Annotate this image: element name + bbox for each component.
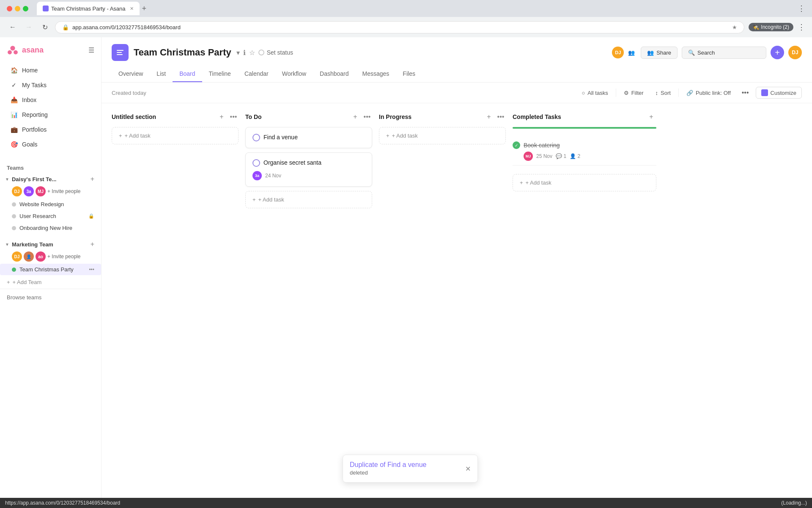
browse-teams[interactable]: Browse teams [0, 289, 101, 306]
asana-logo: asana [7, 44, 44, 56]
address-bar[interactable]: 🔒 app.asana.com/0/1203277518469534/board… [55, 21, 744, 33]
forward-button[interactable]: → [23, 21, 35, 33]
sidebar-item-my-tasks-label: My Tasks [22, 82, 47, 88]
share-button[interactable]: 👥 Share [641, 47, 678, 59]
tab-workflow[interactable]: Workflow [275, 66, 313, 82]
sidebar-item-portfolios-label: Portfolios [22, 126, 47, 133]
team2-invite-button[interactable]: + Invite people [47, 254, 80, 260]
asana-logo-text: asana [22, 46, 44, 55]
task-book-catering[interactable]: Book catering MJ 25 Nov 💬 1 👤 [513, 137, 656, 166]
column-untitled-add-button[interactable]: + [217, 112, 227, 122]
sidebar-item-goals[interactable]: 🎯 Goals [3, 137, 98, 152]
customize-button[interactable]: Customize [756, 87, 802, 99]
toast-close-button[interactable]: ✕ [465, 465, 471, 473]
minimize-traffic-light[interactable] [15, 6, 20, 11]
team2-add-button[interactable]: + [91, 240, 94, 248]
tab-overview[interactable]: Overview [112, 66, 150, 82]
project-info-button[interactable]: ℹ [243, 49, 246, 57]
project-website-redesign[interactable]: Website Redesign [0, 199, 101, 210]
project-dropdown-button[interactable]: ▾ [236, 49, 240, 57]
filter-button[interactable]: ⚙ Filter [620, 88, 648, 98]
column-in-progress-header: In Progress + ••• [379, 112, 506, 122]
add-team-button[interactable]: + + Add Team [0, 276, 101, 289]
column-todo-add-button[interactable]: + [350, 112, 360, 122]
search-button[interactable]: 🔍 Search [682, 47, 766, 59]
project-onboarding[interactable]: Onboarding New Hire [0, 222, 101, 234]
project-user-research[interactable]: User Research 🔒 [0, 210, 101, 222]
project-christmas-party[interactable]: Team Christmas Party ••• [0, 264, 101, 275]
column-completed-actions: + [646, 112, 656, 122]
maximize-traffic-light[interactable] [23, 6, 28, 11]
all-tasks-label: All tasks [587, 90, 608, 96]
set-status-button[interactable]: Set status [258, 49, 293, 56]
team1-header[interactable]: ▼ Daisy's First Te... + [0, 174, 101, 185]
teams-section: Teams ▼ Daisy's First Te... + DJ 3a MJ +… [0, 162, 101, 276]
tab-files[interactable]: Files [396, 66, 422, 82]
add-task-todo-button[interactable]: + + Add task [245, 191, 372, 208]
project-christmas-party-more[interactable]: ••• [89, 267, 94, 273]
project-user-research-label: User Research [19, 213, 85, 219]
sidebar-item-home[interactable]: 🏠 Home [3, 63, 98, 77]
icon-line-2 [117, 52, 122, 53]
sidebar-item-portfolios[interactable]: 💼 Portfolios [3, 122, 98, 137]
task-find-venue-title: Find a venue [263, 133, 365, 142]
sidebar-item-inbox[interactable]: 📥 Inbox [3, 93, 98, 107]
column-completed-add-button[interactable]: + [646, 112, 656, 122]
team1-avatar-dj: DJ [12, 186, 22, 196]
task-catering-check [513, 141, 520, 149]
sidebar-item-reporting[interactable]: 📊 Reporting [3, 108, 98, 122]
tab-board[interactable]: Board [173, 66, 202, 82]
add-task-completed-button[interactable]: + + Add task [513, 174, 656, 191]
column-todo-title: To Do [245, 113, 348, 120]
column-completed: Completed Tasks + [513, 112, 656, 500]
active-tab[interactable]: Team Christmas Party - Asana ✕ [37, 2, 140, 15]
team1-invite-button[interactable]: + Invite people [47, 188, 80, 194]
team1-add-button[interactable]: + [91, 175, 94, 183]
team1-avatar-mj: MJ [36, 186, 46, 196]
status-circle-icon [258, 50, 264, 55]
tab-dashboard[interactable]: Dashboard [313, 66, 356, 82]
project-star-button[interactable]: ☆ [249, 49, 255, 57]
tab-messages[interactable]: Messages [356, 66, 396, 82]
created-label: Created today [112, 90, 146, 96]
add-task-in-progress-label: + Add task [392, 133, 418, 139]
new-tab-button[interactable]: + [142, 4, 147, 13]
task-organise-santa[interactable]: Organise secret santa 3a 24 Nov [245, 152, 372, 187]
task-find-venue-check[interactable] [252, 134, 260, 141]
all-tasks-icon: ○ [582, 90, 585, 96]
public-link-button[interactable]: 🔗 Public link: Off [682, 88, 735, 98]
back-button[interactable]: ← [7, 21, 19, 33]
all-tasks-button[interactable]: ○ All tasks [577, 88, 612, 98]
column-in-progress-add-button[interactable]: + [484, 112, 494, 122]
more-options-button[interactable]: ••• [738, 87, 752, 98]
tab-calendar[interactable]: Calendar [238, 66, 275, 82]
board-area: Untitled section + ••• + + Add task To D [102, 103, 812, 508]
team2-avatar-ao: ao [36, 251, 46, 262]
tab-timeline[interactable]: Timeline [202, 66, 238, 82]
add-task-untitled-button[interactable]: + + Add task [112, 127, 239, 144]
add-task-in-progress-button[interactable]: + + Add task [379, 127, 506, 144]
sort-button[interactable]: ↕ Sort [651, 88, 675, 98]
sidebar-item-my-tasks[interactable]: ✓ My Tasks [3, 78, 98, 92]
team2-header[interactable]: ▼ Marketing Team + [0, 239, 101, 250]
column-untitled-more-button[interactable]: ••• [228, 112, 239, 122]
browser-more-button[interactable]: ⋮ [798, 22, 805, 32]
column-todo: To Do + ••• Find a venue [245, 112, 372, 500]
task-find-venue-header: Find a venue [252, 133, 365, 142]
column-todo-more-button[interactable]: ••• [362, 112, 372, 122]
task-find-venue[interactable]: Find a venue [245, 127, 372, 148]
add-button[interactable]: + [771, 46, 784, 59]
reload-button[interactable]: ↻ [39, 21, 51, 33]
tab-list[interactable]: List [150, 66, 173, 82]
user-avatar-button[interactable]: DJ [788, 46, 802, 59]
tab-close-button[interactable]: ✕ [130, 6, 134, 11]
sidebar-toggle-button[interactable]: ☰ [88, 46, 94, 54]
assign-icon: 👤 [570, 153, 576, 159]
project-icon-button[interactable] [112, 44, 129, 61]
close-traffic-light[interactable] [7, 6, 12, 11]
reporting-icon: 📊 [10, 111, 18, 119]
browser-menu-button[interactable]: ⋮ [798, 4, 805, 13]
icon-line-1 [117, 50, 123, 51]
column-in-progress-more-button[interactable]: ••• [496, 112, 506, 122]
task-santa-check[interactable] [252, 159, 260, 167]
